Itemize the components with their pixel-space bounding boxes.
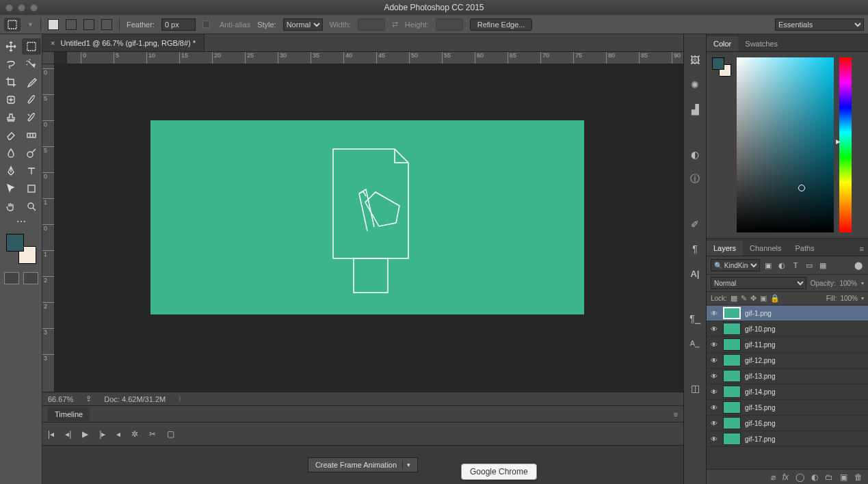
glyphs-panel-icon[interactable]: ✐ bbox=[688, 217, 702, 231]
minimize-window-icon[interactable] bbox=[18, 4, 25, 12]
layer-name[interactable]: gif-17.png bbox=[745, 435, 865, 443]
layer-name[interactable]: gif-12.png bbox=[745, 357, 865, 364]
create-frame-animation-button[interactable]: Create Frame Animation ▾ bbox=[308, 457, 418, 472]
visibility-icon[interactable]: 👁 bbox=[709, 404, 719, 412]
adjustment-layer-icon[interactable]: ◐ bbox=[811, 472, 818, 482]
layer-name[interactable]: gif-13.png bbox=[745, 373, 865, 380]
visibility-icon[interactable]: 👁 bbox=[709, 325, 719, 333]
layer-fx-icon[interactable]: fx bbox=[782, 472, 789, 482]
layers-menu-icon[interactable]: ≡ bbox=[856, 242, 868, 256]
layer-row[interactable]: 👁gif-13.png bbox=[707, 368, 868, 384]
3d-panel-icon[interactable]: ◫ bbox=[688, 381, 702, 395]
filter-adjust-icon[interactable]: ◐ bbox=[776, 260, 787, 271]
paragraph-panel-icon[interactable]: ¶ bbox=[688, 242, 702, 256]
marquee-tool[interactable] bbox=[22, 38, 41, 55]
paths-tab[interactable]: Paths bbox=[789, 241, 821, 256]
zoom-tool[interactable] bbox=[22, 198, 41, 215]
swatches-tab[interactable]: Swatches bbox=[738, 36, 785, 51]
history-brush-tool[interactable] bbox=[22, 109, 41, 126]
create-animation-dropdown-icon[interactable]: ▾ bbox=[402, 461, 410, 468]
workspace-select[interactable]: Essentials bbox=[775, 18, 864, 31]
ruler-horizontal[interactable]: 051015202530354045505560657075808590 bbox=[67, 52, 683, 64]
document-tab[interactable]: × Untitled1 @ 66.7% (gif-1.png, RGB/8#) … bbox=[42, 34, 205, 51]
timeline-menu-icon[interactable]: ≡ bbox=[674, 410, 678, 418]
lock-position-icon[interactable]: ✥ bbox=[750, 294, 757, 303]
new-layer-icon[interactable]: ▣ bbox=[840, 472, 847, 482]
layer-row[interactable]: 👁gif-1.png bbox=[707, 306, 868, 321]
visibility-icon[interactable]: 👁 bbox=[709, 357, 719, 364]
layer-name[interactable]: gif-15.png bbox=[745, 404, 865, 412]
layer-name[interactable]: gif-10.png bbox=[745, 325, 865, 333]
filter-type-icon[interactable]: T bbox=[790, 260, 801, 271]
lasso-tool[interactable] bbox=[1, 56, 21, 72]
play-icon[interactable]: ▶ bbox=[82, 429, 88, 439]
timeline-tab[interactable]: Timeline bbox=[48, 407, 90, 421]
layer-thumbnail[interactable] bbox=[723, 386, 741, 398]
brush-tool[interactable] bbox=[22, 92, 41, 108]
layer-name[interactable]: gif-1.png bbox=[745, 310, 865, 317]
histogram-panel-icon[interactable]: ▟ bbox=[688, 103, 702, 116]
screenmode-icon[interactable] bbox=[23, 272, 38, 284]
character-panel-icon[interactable]: A| bbox=[688, 267, 702, 280]
path-select-tool[interactable] bbox=[1, 180, 21, 197]
hand-tool[interactable] bbox=[1, 198, 21, 215]
crop-tool[interactable] bbox=[1, 74, 21, 90]
layer-thumbnail[interactable] bbox=[723, 417, 741, 429]
layer-filter-select[interactable]: 🔍 KindKind bbox=[711, 259, 760, 271]
share-icon[interactable]: ⇪ bbox=[86, 394, 92, 403]
filter-pixel-icon[interactable]: ▣ bbox=[763, 260, 774, 271]
move-tool[interactable] bbox=[1, 38, 21, 55]
properties-panel-icon[interactable]: ✺ bbox=[688, 78, 702, 92]
layer-row[interactable]: 👁gif-16.png bbox=[707, 416, 868, 431]
more-tools-icon[interactable]: ⋯ bbox=[16, 216, 26, 227]
quickmask-icon[interactable] bbox=[4, 272, 19, 284]
lock-transparent-icon[interactable]: ▩ bbox=[731, 294, 737, 303]
close-window-icon[interactable] bbox=[5, 4, 13, 12]
layer-row[interactable]: 👁gif-11.png bbox=[707, 337, 868, 353]
delete-layer-icon[interactable]: 🗑 bbox=[854, 472, 863, 482]
layer-name[interactable]: gif-16.png bbox=[745, 420, 865, 427]
visibility-icon[interactable]: 👁 bbox=[709, 341, 719, 349]
filter-smart-icon[interactable]: ▦ bbox=[817, 260, 828, 271]
layer-mask-icon[interactable]: ◯ bbox=[795, 472, 804, 482]
timeline-settings-icon[interactable]: ✲ bbox=[131, 429, 138, 439]
layer-thumbnail[interactable] bbox=[723, 433, 741, 445]
stamp-tool[interactable] bbox=[1, 109, 21, 126]
eyedropper-tool[interactable] bbox=[22, 74, 41, 90]
opacity-value[interactable]: 100% bbox=[839, 280, 857, 287]
color-tab[interactable]: Color bbox=[707, 36, 738, 51]
current-tool-icon[interactable] bbox=[4, 18, 21, 31]
blend-mode-select[interactable]: Normal bbox=[711, 277, 806, 289]
layer-row[interactable]: 👁gif-14.png bbox=[707, 384, 868, 400]
lock-artboard-icon[interactable]: ▣ bbox=[760, 294, 767, 303]
foreground-color-swatch[interactable] bbox=[6, 234, 24, 252]
dodge-tool[interactable] bbox=[22, 145, 41, 161]
layer-name[interactable]: gif-11.png bbox=[745, 341, 865, 349]
layer-thumbnail[interactable] bbox=[723, 307, 741, 319]
healing-tool[interactable] bbox=[1, 92, 21, 108]
layer-name[interactable]: gif-14.png bbox=[745, 388, 865, 396]
info-panel-icon[interactable]: ⓘ bbox=[688, 172, 702, 186]
visibility-icon[interactable]: 👁 bbox=[709, 310, 719, 317]
paragraph-styles-icon[interactable]: ¶⎯ bbox=[688, 312, 702, 325]
layer-thumbnail[interactable] bbox=[723, 323, 741, 335]
ruler-vertical[interactable]: 050501012233 bbox=[42, 64, 55, 392]
prev-frame-icon[interactable]: ◂| bbox=[65, 429, 71, 439]
gradient-tool[interactable] bbox=[22, 127, 41, 144]
intersect-selection-icon[interactable] bbox=[101, 19, 112, 30]
visibility-icon[interactable]: 👁 bbox=[709, 435, 719, 443]
color-field[interactable] bbox=[737, 57, 834, 232]
eraser-tool[interactable] bbox=[1, 127, 21, 144]
layer-row[interactable]: 👁gif-17.png bbox=[707, 431, 868, 447]
filter-toggle-icon[interactable]: ⬤ bbox=[853, 260, 864, 271]
next-frame-icon[interactable]: |▸ bbox=[99, 429, 105, 439]
split-icon[interactable]: ✂ bbox=[149, 429, 156, 439]
first-frame-icon[interactable]: |◂ bbox=[48, 429, 54, 439]
subtract-selection-icon[interactable] bbox=[83, 19, 94, 30]
color-swatch[interactable] bbox=[6, 234, 36, 264]
blur-tool[interactable] bbox=[1, 145, 21, 161]
layers-tab[interactable]: Layers bbox=[707, 241, 743, 256]
new-selection-icon[interactable] bbox=[48, 19, 59, 30]
feather-input[interactable] bbox=[161, 18, 196, 31]
hue-slider[interactable] bbox=[839, 57, 852, 232]
